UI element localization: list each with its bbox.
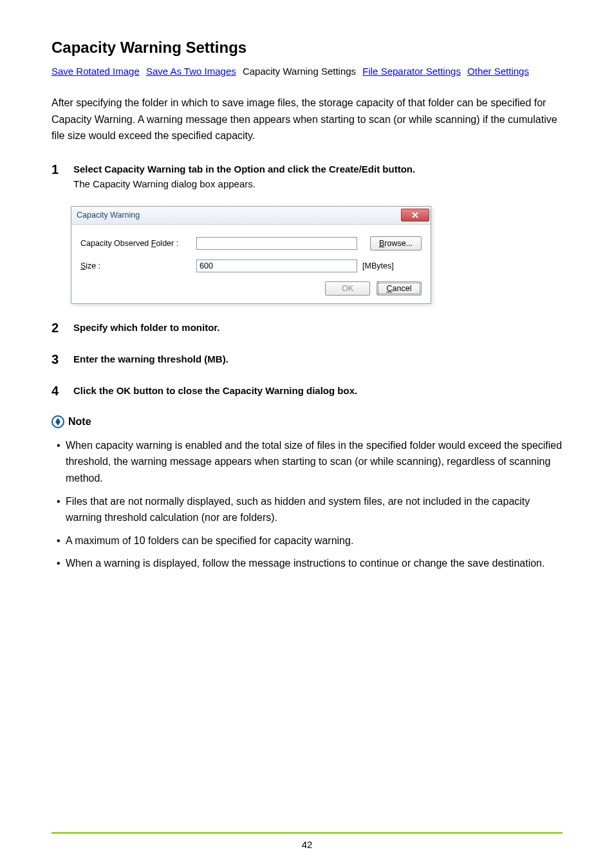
note-heading: Note [68, 416, 91, 428]
step-1-title: Select Capacity Warning tab in the Optio… [73, 164, 563, 175]
size-units: [MBytes] [362, 261, 394, 270]
footer-divider [51, 832, 563, 834]
nav-save-rotated[interactable]: Save Rotated Image [51, 66, 140, 77]
step-3-number: 3 [51, 352, 73, 367]
step-2-title: Specify which folder to monitor. [73, 322, 563, 333]
nav-save-two-images[interactable]: Save As Two Images [146, 66, 236, 77]
note-list: When capacity warning is enabled and the… [51, 437, 563, 572]
nav-tabs: Save Rotated Image Save As Two Images Ca… [51, 66, 563, 77]
page-number: 42 [0, 839, 614, 850]
capacity-warning-dialog: Capacity Warning Capacity Observed Folde… [71, 206, 431, 304]
note-item: When capacity warning is enabled and the… [51, 437, 563, 487]
step-2-number: 2 [51, 321, 73, 335]
intro-text: After specifying the folder in which to … [51, 95, 563, 144]
step-4-number: 4 [51, 384, 73, 399]
page-title: Capacity Warning Settings [51, 39, 563, 57]
size-input[interactable] [196, 259, 357, 272]
step-1-sub: The Capacity Warning dialog box appears. [73, 178, 563, 189]
note-item: When a warning is displayed, follow the … [51, 555, 563, 572]
close-button[interactable] [401, 209, 429, 222]
step-1-number: 1 [51, 162, 73, 189]
dialog-title: Capacity Warning [77, 211, 140, 220]
browse-button[interactable]: Browse... [370, 236, 422, 250]
cancel-button[interactable]: Cancel [377, 281, 422, 296]
size-label: Size : [80, 261, 196, 270]
note-item: A maximum of 10 folders can be specified… [51, 533, 563, 549]
step-3-title: Enter the warning threshold (MB). [73, 354, 563, 364]
folder-input[interactable] [196, 237, 357, 250]
ok-button[interactable]: OK [325, 281, 370, 296]
close-icon [412, 212, 418, 218]
note-icon [51, 415, 64, 428]
folder-label: Capacity Observed Folder : [80, 239, 196, 248]
step-4-title: Click the OK button to close the Capacit… [73, 385, 563, 396]
nav-current: Capacity Warning Settings [243, 66, 356, 77]
nav-file-separator[interactable]: File Separator Settings [362, 66, 461, 77]
note-item: Files that are not normally displayed, s… [51, 493, 563, 526]
nav-other-settings[interactable]: Other Settings [467, 66, 529, 77]
